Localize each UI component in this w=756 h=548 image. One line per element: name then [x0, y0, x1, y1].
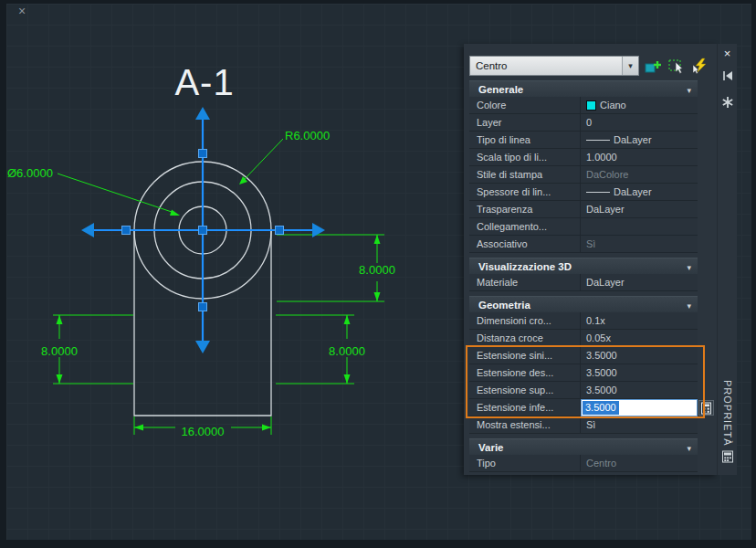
row-spessore-linea: Spessore di lin... DaLayer [469, 184, 698, 201]
row-stile-di-stampa: Stile di stampa DaColore [469, 166, 698, 184]
dimension-diameter-leader[interactable]: Ø6.0000 [7, 166, 180, 216]
dimension-left[interactable]: 8.0000 [41, 315, 133, 384]
property-value-distanza-croce[interactable]: 0.05x [581, 330, 698, 347]
calculator-button[interactable] [698, 400, 714, 416]
select-objects-icon [667, 58, 686, 75]
close-icon[interactable]: × [724, 47, 731, 60]
row-tipo: Tipo Centro [469, 455, 698, 472]
property-value-estensione-superiore[interactable]: 3.5000 [581, 382, 698, 399]
property-value-associativo: Sì [581, 236, 698, 253]
property-value-text: DaLayer [614, 134, 652, 145]
color-swatch-ciano [586, 100, 596, 111]
row-estensione-destra: Estensione des... 3.5000 [469, 364, 698, 382]
dimension-bottom[interactable]: 16.0000 [134, 416, 271, 438]
dimension-radius-leader[interactable]: R6.0000 [239, 129, 330, 184]
property-value-trasparenza[interactable]: DaLayer [581, 201, 698, 218]
property-value-dimensioni-croce[interactable]: 0.1x [581, 312, 698, 330]
property-label: Estensione sini... [469, 347, 581, 364]
property-value-text: DaColore [586, 169, 628, 180]
dim-right-lower-label: 8.0000 [329, 344, 365, 358]
property-value-text: Sì [586, 419, 595, 430]
property-label: Collegamento... [469, 218, 581, 236]
block-title[interactable]: A-1 [174, 62, 234, 102]
row-estensione-superiore: Estensione sup... 3.5000 [469, 382, 698, 399]
grip-square-left[interactable] [122, 227, 131, 235]
row-tipo-di-linea: Tipo di linea DaLayer [469, 132, 698, 149]
section-header-varie[interactable]: Varie ▾ [469, 438, 698, 455]
chevron-down-icon[interactable]: ▾ [622, 57, 638, 75]
select-objects-button[interactable] [667, 56, 687, 76]
auto-hide-pin-icon [720, 68, 735, 83]
row-estensione-inferiore: Estensione infe... 3.5000 [469, 399, 698, 416]
grip-square-top[interactable] [199, 150, 207, 158]
object-type-combobox[interactable]: Centro ▾ [469, 56, 639, 76]
grip-arrow-left[interactable] [81, 223, 94, 237]
property-label: Layer [469, 114, 581, 132]
center-mark-selected[interactable] [81, 107, 325, 353]
property-value-spessore[interactable]: DaLayer [581, 184, 698, 201]
property-value-colore[interactable]: Ciano [581, 97, 698, 114]
property-value-scala[interactable]: 1.0000 [581, 149, 698, 166]
section-title: Visualizzazione 3D [478, 261, 572, 272]
property-value-mostra-estensione[interactable]: Sì [581, 416, 698, 434]
section-header-generale[interactable]: Generale ▾ [469, 80, 698, 97]
grip-arrow-right[interactable] [312, 223, 325, 237]
object-type-value: Centro [470, 60, 622, 71]
row-associativo: Associativo Sì [469, 236, 698, 253]
application-window: × A-1 8.0000 8.0000 8.0000 [0, 0, 756, 548]
property-value-text: 3.5000 [586, 350, 617, 361]
property-value-tipo-di-linea[interactable]: DaLayer [581, 132, 698, 149]
property-value-stile-stampa: DaColore [581, 166, 698, 184]
pickadd-toggle-icon [644, 58, 662, 75]
dim-radius-label: R6.0000 [285, 129, 330, 142]
section-title: Geometria [478, 300, 530, 311]
estensione-inferiore-input[interactable]: 3.5000 [581, 399, 698, 416]
property-label: Estensione infe... [469, 399, 581, 416]
pickadd-toggle-button[interactable] [643, 56, 663, 76]
dim-diameter-label: Ø6.0000 [7, 166, 53, 180]
quick-select-icon [691, 58, 709, 75]
dim-left-label: 8.0000 [41, 344, 78, 358]
calculator-icon [700, 402, 712, 415]
property-label: Colore [469, 97, 581, 114]
grip-square-right[interactable] [276, 227, 284, 235]
palette-settings-button[interactable] [720, 95, 735, 113]
auto-hide-pin-button[interactable] [720, 68, 735, 87]
property-value-text: 3.5000 [586, 385, 617, 395]
property-value-text: 0.05x [586, 332, 611, 343]
dimension-right-lower[interactable]: 8.0000 [276, 315, 365, 384]
row-colore: Colore Ciano [469, 97, 698, 114]
property-value-materiale[interactable]: DaLayer [581, 274, 698, 291]
property-label: Scala tipo di li... [469, 149, 581, 166]
quick-select-button[interactable] [690, 56, 710, 76]
palette-title-bar[interactable]: × PROPRIETÀ [717, 44, 737, 475]
property-value-layer[interactable]: 0 [581, 114, 698, 132]
property-value-collegamento[interactable] [581, 218, 698, 236]
section-title: Varie [478, 442, 504, 453]
section-header-visualizzazione-3d[interactable]: Visualizzazione 3D ▾ [469, 258, 698, 274]
property-label: Tipo di linea [469, 132, 581, 149]
canvas-close-icon[interactable]: × [18, 4, 26, 18]
calculator-panel-icon [720, 449, 734, 464]
grip-square-center[interactable] [199, 227, 207, 235]
dim-right-upper-label: 8.0000 [359, 263, 395, 277]
section-header-geometria[interactable]: Geometria ▾ [469, 296, 698, 312]
section-title: Generale [478, 84, 523, 95]
property-value-estensione-destra[interactable]: 3.5000 [581, 364, 698, 382]
property-value-text: DaLayer [614, 186, 652, 197]
grip-arrow-bottom[interactable] [195, 341, 210, 353]
selected-input-text: 3.5000 [583, 401, 619, 415]
row-collegamento: Collegamento... [469, 218, 698, 236]
property-label: Tipo [469, 455, 581, 472]
property-value-text: 0.1x [586, 315, 605, 326]
property-label: Associativo [469, 236, 581, 253]
dimension-right-upper[interactable]: 8.0000 [277, 235, 395, 301]
property-label: Spessore di lin... [469, 184, 581, 201]
property-value-estensione-sinistra[interactable]: 3.5000 [581, 347, 698, 364]
property-label: Materiale [469, 274, 581, 291]
linetype-sample-icon [586, 140, 610, 141]
property-value-text: 0 [586, 117, 592, 128]
calculator-panel-button[interactable] [720, 449, 734, 468]
grip-arrow-top[interactable] [195, 107, 210, 120]
grip-square-bottom[interactable] [199, 303, 207, 311]
